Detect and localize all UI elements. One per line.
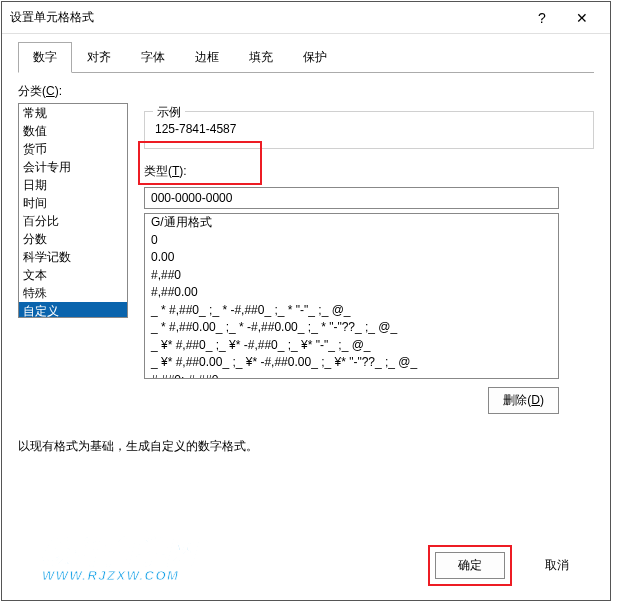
type-input[interactable] (144, 187, 559, 209)
footer: 确定 取消 (428, 545, 592, 586)
tab-alignment[interactable]: 对齐 (72, 42, 126, 72)
watermark: 软件自学网 WWW.RJZXW.COM (42, 537, 197, 582)
tab-number[interactable]: 数字 (18, 42, 72, 73)
content-area: 分类(C): 常规 数值 货币 会计专用 日期 时间 百分比 分数 科学记数 文… (2, 73, 610, 465)
list-item[interactable]: #,##0 (145, 267, 558, 285)
delete-button[interactable]: 删除(D) (488, 387, 559, 414)
list-item-selected[interactable]: 自定义 (19, 302, 127, 318)
list-item[interactable]: _ ¥* #,##0_ ;_ ¥* -#,##0_ ;_ ¥* "-"_ ;_ … (145, 337, 558, 355)
list-item[interactable]: _ * #,##0.00_ ;_ * -#,##0.00_ ;_ * "-"??… (145, 319, 558, 337)
list-item[interactable]: 特殊 (19, 284, 127, 302)
tab-fill[interactable]: 填充 (234, 42, 288, 72)
tab-border[interactable]: 边框 (180, 42, 234, 72)
list-item[interactable]: 会计专用 (19, 158, 127, 176)
titlebar: 设置单元格格式 ? ✕ (2, 2, 610, 34)
example-label: 示例 (153, 104, 185, 121)
list-item[interactable]: _ * #,##0_ ;_ * -#,##0_ ;_ * "-"_ ;_ @_ (145, 302, 558, 320)
list-item[interactable]: _ ¥* #,##0.00_ ;_ ¥* -#,##0.00_ ;_ ¥* "-… (145, 354, 558, 372)
ok-button[interactable]: 确定 (435, 552, 505, 579)
example-value: 125-7841-4587 (155, 122, 583, 136)
cancel-button[interactable]: 取消 (522, 553, 592, 578)
list-item[interactable]: 常规 (19, 104, 127, 122)
example-box: 示例 125-7841-4587 (144, 111, 594, 149)
list-item[interactable]: 日期 (19, 176, 127, 194)
list-item[interactable]: 时间 (19, 194, 127, 212)
tab-font[interactable]: 字体 (126, 42, 180, 72)
category-label: 分类(C): (18, 83, 594, 100)
list-item[interactable]: G/通用格式 (145, 214, 558, 232)
list-item[interactable]: 分数 (19, 230, 127, 248)
list-item[interactable]: 0.00 (145, 249, 558, 267)
list-item[interactable]: 科学记数 (19, 248, 127, 266)
watermark-line1: 软件自学网 (42, 537, 197, 567)
list-item[interactable]: 文本 (19, 266, 127, 284)
list-item[interactable]: #,##0.00 (145, 284, 558, 302)
list-item[interactable]: 数值 (19, 122, 127, 140)
tabs: 数字 对齐 字体 边框 填充 保护 (2, 34, 610, 72)
help-button[interactable]: ? (522, 3, 562, 33)
list-item[interactable]: 0 (145, 232, 558, 250)
list-item[interactable]: #,##0;-#,##0 (145, 372, 558, 380)
list-item[interactable]: 百分比 (19, 212, 127, 230)
tab-protection[interactable]: 保护 (288, 42, 342, 72)
ok-highlight-annotation: 确定 (428, 545, 512, 586)
dialog-title: 设置单元格格式 (10, 9, 522, 26)
format-cells-dialog: 设置单元格格式 ? ✕ 数字 对齐 字体 边框 填充 保护 分类(C): 常规 … (1, 1, 611, 601)
watermark-line2: WWW.RJZXW.COM (42, 569, 197, 582)
list-item[interactable]: 货币 (19, 140, 127, 158)
format-listbox[interactable]: G/通用格式 0 0.00 #,##0 #,##0.00 _ * #,##0_ … (144, 213, 559, 379)
category-listbox[interactable]: 常规 数值 货币 会计专用 日期 时间 百分比 分数 科学记数 文本 特殊 自定… (18, 103, 128, 318)
type-label: 类型(T): (144, 163, 594, 180)
close-button[interactable]: ✕ (562, 3, 602, 33)
help-text: 以现有格式为基础，生成自定义的数字格式。 (18, 438, 594, 455)
